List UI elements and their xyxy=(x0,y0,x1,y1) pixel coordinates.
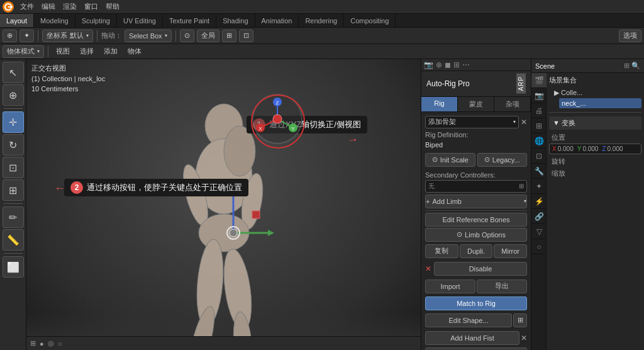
panel-more-icon[interactable]: ⋯ xyxy=(462,60,470,69)
svg-marker-14 xyxy=(268,230,274,236)
auto-rig-panel: 📷 ⊕ ◼ ⊞ ⋯ Auto-Rig Pro ARP Rig 蒙皮 杂项 添加骨… xyxy=(421,59,531,350)
set-pose-btn[interactable]: Set Pose... xyxy=(425,347,527,350)
tab-texture-paint[interactable]: Texture Paint xyxy=(163,14,216,27)
edit-shape-icon-btn[interactable]: ⊞ xyxy=(513,313,527,327)
prop-world-icon[interactable]: 🌐 xyxy=(531,133,547,149)
add-armature-dropdown[interactable]: 添加骨架 ▾ xyxy=(425,116,519,128)
add-armature-close-icon[interactable]: ✕ xyxy=(521,118,527,127)
scene-search-icon[interactable]: 🔍 xyxy=(631,62,640,70)
scene-view-btn[interactable]: ⊞ xyxy=(624,62,630,70)
prop-modifier-icon[interactable]: 🔧 xyxy=(531,164,547,179)
location-values[interactable]: X 0.000 Y 0.000 Z 0.000 xyxy=(549,144,641,154)
viewport-shading-solid[interactable]: ● xyxy=(40,340,44,347)
panel-cursor-icon[interactable]: ⊕ xyxy=(436,60,442,69)
tab-compositing[interactable]: Compositing xyxy=(344,14,396,27)
tab-uv-editing[interactable]: UV Editing xyxy=(117,14,163,27)
prop-object-icon[interactable]: ⊡ xyxy=(531,149,547,164)
panel-render-icon[interactable]: ◼ xyxy=(445,60,451,69)
global-toggle[interactable]: 全局 xyxy=(197,30,219,42)
menu-window[interactable]: 窗口 xyxy=(80,0,102,13)
menu-edit[interactable]: 编辑 xyxy=(38,0,59,13)
prop-material-icon[interactable]: ○ xyxy=(531,239,547,254)
header-object[interactable]: 物体 xyxy=(124,44,145,59)
tab-skin[interactable]: 蒙皮 xyxy=(458,97,494,111)
tab-rig[interactable]: Rig xyxy=(421,97,458,111)
import-btn[interactable]: Import xyxy=(425,279,475,293)
annotate-tool-btn[interactable]: ✏ xyxy=(3,206,24,228)
import-label: Import xyxy=(440,283,460,290)
legacy-btn[interactable]: ⊙ Legacy... xyxy=(477,153,528,167)
prop-data-icon[interactable]: ▽ xyxy=(531,224,547,239)
prop-particles-icon[interactable]: ✦ xyxy=(531,179,547,194)
tab-sculpting[interactable]: Sculpting xyxy=(75,14,117,27)
scene-title: Scene xyxy=(535,62,555,70)
nav-gizmo[interactable]: Z X Y xyxy=(252,94,303,144)
snap-settings-btn[interactable]: ⊡ xyxy=(239,30,253,42)
viewport-shading-material[interactable]: ◎ xyxy=(48,339,54,347)
tab-layout[interactable]: Layout xyxy=(0,14,34,27)
secondary-controllers-input[interactable]: 无 ⊞ xyxy=(425,180,527,193)
coordinate-system-dropdown[interactable]: 坐标系 默认 ▾ xyxy=(42,30,93,42)
snap-toggle[interactable]: ✦ xyxy=(19,30,34,42)
viewport-shading-rendered[interactable]: ○ xyxy=(58,340,62,347)
transform-widget-toggle[interactable]: ⊕ xyxy=(3,30,17,42)
prop-scene-icon[interactable]: 🎬 xyxy=(531,73,547,88)
init-scale-btn[interactable]: ⊙ Init Scale xyxy=(425,153,475,167)
menu-file[interactable]: 文件 xyxy=(16,0,38,13)
edit-reference-bones-btn[interactable]: Edit Reference Bones xyxy=(425,213,527,227)
add-hand-fist-close-icon[interactable]: ✕ xyxy=(521,330,527,346)
prop-render-icon[interactable]: 📷 xyxy=(531,88,547,103)
match-to-rig-label: Match to Rig xyxy=(457,300,496,307)
add-limb-btn[interactable]: + Add Limb ▾ xyxy=(425,195,527,208)
export-btn[interactable]: 导出 xyxy=(477,279,527,293)
disable-btn[interactable]: Disable xyxy=(434,262,527,276)
header-select[interactable]: 选择 xyxy=(76,44,97,59)
prop-output-icon[interactable]: 🖨 xyxy=(531,103,547,118)
options-btn[interactable]: 选项 xyxy=(619,30,641,42)
tab-animation[interactable]: Animation xyxy=(255,14,299,27)
import-export-row: Import 导出 xyxy=(425,278,527,295)
edit-shape-btn[interactable]: Edit Shape... xyxy=(425,313,512,327)
prop-view-layer-icon[interactable]: ⊞ xyxy=(531,118,547,133)
prop-physics-icon[interactable]: ⚡ xyxy=(531,194,547,209)
limb-options-btn[interactable]: ⊙ Limb Options xyxy=(425,228,527,242)
transform-section-header[interactable]: ▼ 变换 xyxy=(549,116,641,130)
properties-content: 场景集合 ▶ Colle... neck_... ▼ 变换 位置 xyxy=(547,73,644,350)
toolbar-sep-3 xyxy=(175,30,176,42)
prop-constraints-icon[interactable]: 🔗 xyxy=(531,209,547,224)
add-cube-btn[interactable]: ⬜ xyxy=(3,256,24,278)
panel-view-icon[interactable]: ⊞ xyxy=(453,60,460,69)
object-mode-dropdown[interactable]: 物体模式 ▾ xyxy=(3,45,44,58)
snap-icon-btn[interactable]: ⊞ xyxy=(222,30,236,42)
mirror-btn[interactable]: Mirror xyxy=(494,244,527,258)
move-tool-btn[interactable]: ✛ xyxy=(3,111,24,133)
header-view[interactable]: 视图 xyxy=(52,44,74,59)
tab-modeling[interactable]: Modeling xyxy=(34,14,75,27)
tab-misc[interactable]: 杂项 xyxy=(494,97,531,111)
transform-tool-btn[interactable]: ⊞ xyxy=(3,179,24,201)
coordinate-arrow-icon: ▾ xyxy=(86,33,89,38)
cursor-tool-btn[interactable]: ⊕ xyxy=(3,84,24,106)
rotation-label: 旋转 xyxy=(552,157,565,166)
proportional-edit-toggle[interactable]: ⊙ xyxy=(180,30,194,42)
match-to-rig-btn[interactable]: Match to Rig xyxy=(425,296,527,310)
select-box-dropdown[interactable]: Select Box ▾ xyxy=(125,30,172,42)
duplicate-btn[interactable]: 复制 xyxy=(425,244,458,258)
dupli-btn[interactable]: Dupli. xyxy=(460,244,493,258)
collection-item[interactable]: ▶ Colle... xyxy=(554,88,641,98)
svg-text:X: X xyxy=(258,126,262,132)
menu-render[interactable]: 渲染 xyxy=(59,0,80,13)
select-tool-btn[interactable]: ↖ xyxy=(3,62,24,83)
viewport[interactable]: 正交右视图 (1) Collection | neck_loc 10 Centi… xyxy=(26,59,421,350)
neck-item[interactable]: neck_... xyxy=(559,98,641,108)
tab-rendering[interactable]: Rendering xyxy=(299,14,344,27)
panel-camera-icon[interactable]: 📷 xyxy=(424,60,433,69)
menu-help[interactable]: 帮助 xyxy=(102,0,123,13)
tab-shading[interactable]: Shading xyxy=(216,14,255,27)
add-hand-fist-btn[interactable]: Add Hand Fist xyxy=(425,331,519,345)
scale-tool-btn[interactable]: ⊡ xyxy=(3,157,24,178)
measure-tool-btn[interactable]: 📏 xyxy=(3,229,24,251)
location-row: 位置 xyxy=(549,132,641,144)
rotate-tool-btn[interactable]: ↻ xyxy=(3,134,24,155)
header-add[interactable]: 添加 xyxy=(100,44,121,59)
